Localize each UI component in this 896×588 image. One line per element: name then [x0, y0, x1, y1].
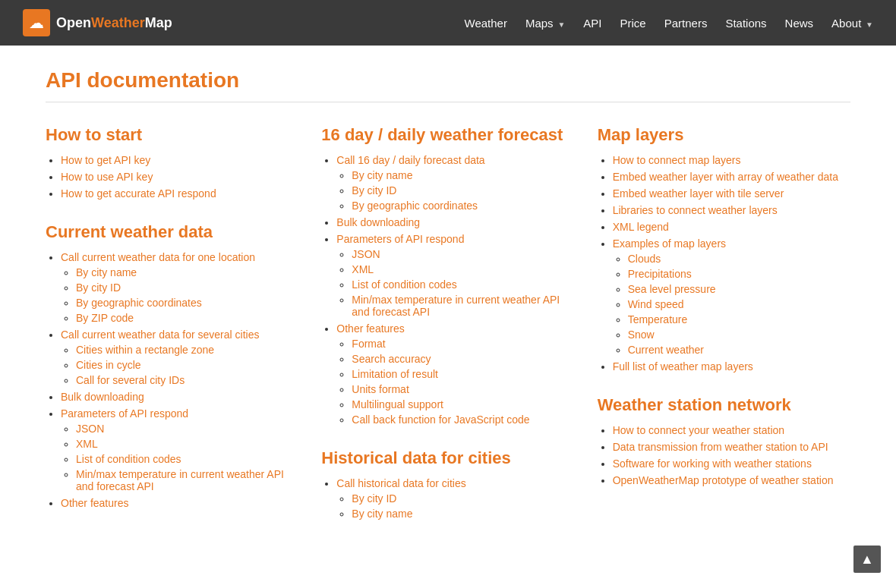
- section-title: Historical data for cities: [321, 448, 574, 468]
- logo[interactable]: ☁ OpenWeatherMap: [23, 9, 172, 36]
- list-item: How to connect map layers: [613, 154, 850, 166]
- sub-doc-link[interactable]: By city ID: [76, 281, 121, 294]
- sub-doc-link[interactable]: Min/max temperature in current weather A…: [352, 294, 560, 318]
- nav-link-weather[interactable]: Weather: [465, 17, 507, 30]
- doc-link[interactable]: How to connect map layers: [613, 154, 741, 166]
- doc-link[interactable]: Embed weather layer with array of weathe…: [613, 171, 838, 183]
- sub-doc-link[interactable]: By city name: [76, 266, 137, 278]
- sub-doc-link[interactable]: JSON: [352, 248, 380, 260]
- list-item: Parameters of API respondJSONXMLList of …: [61, 407, 298, 492]
- sub-list: By city nameBy city IDBy geographic coor…: [61, 266, 298, 324]
- list-item: Parameters of API respondJSONXMLList of …: [336, 233, 574, 318]
- nav-link-about[interactable]: About ▼: [831, 17, 873, 30]
- page-title: API documentation: [46, 68, 850, 93]
- nav-link-partners[interactable]: Partners: [664, 17, 708, 30]
- sub-doc-link[interactable]: By geographic coordinates: [352, 200, 478, 212]
- sub-doc-link[interactable]: Call for several city IDs: [76, 374, 185, 386]
- sub-doc-link[interactable]: By geographic coordinates: [76, 297, 202, 309]
- nav-link-api[interactable]: API: [583, 17, 601, 30]
- doc-link[interactable]: How to use API key: [61, 171, 153, 183]
- nav-link-stations[interactable]: Stations: [725, 17, 766, 30]
- sub-doc-link[interactable]: List of condition codes: [76, 453, 181, 465]
- sub-doc-link[interactable]: Temperature: [628, 313, 688, 325]
- doc-link[interactable]: Call 16 day / daily forecast data: [336, 154, 484, 166]
- sub-doc-link[interactable]: Current weather: [628, 344, 704, 356]
- doc-link[interactable]: Other features: [336, 322, 405, 335]
- chevron-down-icon: ▼: [863, 20, 873, 29]
- sub-list-item: Snow: [628, 329, 850, 341]
- sub-list-item: Units format: [352, 383, 574, 395]
- doc-link[interactable]: Full list of weather map layers: [613, 360, 753, 373]
- doc-link[interactable]: Call current weather data for several ci…: [61, 329, 259, 341]
- sub-doc-link[interactable]: Call back function for JavaScript code: [352, 413, 529, 426]
- nav-link-price[interactable]: Price: [620, 17, 646, 30]
- sub-doc-link[interactable]: XML: [76, 438, 98, 450]
- sub-doc-link[interactable]: Sea level pressure: [628, 283, 716, 295]
- doc-link[interactable]: Call current weather data for one locati…: [61, 251, 255, 263]
- content-grid: How to startHow to get API keyHow to use…: [46, 125, 850, 542]
- doc-link[interactable]: How to get API key: [61, 154, 150, 166]
- section-block: Map layersHow to connect map layersEmbed…: [598, 125, 850, 373]
- sub-doc-link[interactable]: By city name: [352, 508, 412, 520]
- sub-doc-link[interactable]: Cities in cycle: [76, 359, 141, 371]
- list-item: How to use API key: [61, 171, 298, 183]
- sub-doc-link[interactable]: Cities within a rectangle zone: [76, 344, 214, 356]
- nav-link-news[interactable]: News: [785, 17, 814, 30]
- sub-doc-link[interactable]: JSON: [76, 423, 104, 435]
- doc-link[interactable]: Call historical data for cities: [336, 477, 465, 489]
- sub-doc-link[interactable]: Min/max temperature in current weather A…: [76, 468, 284, 492]
- doc-link[interactable]: Embed weather layer with tile server: [613, 187, 784, 200]
- sub-doc-link[interactable]: Clouds: [628, 253, 661, 265]
- sub-doc-link[interactable]: Snow: [628, 329, 655, 341]
- scroll-top-button[interactable]: ▲: [853, 546, 881, 565]
- sub-list: JSONXMLList of condition codesMin/max te…: [61, 423, 298, 492]
- sub-list-item: Clouds: [628, 253, 850, 265]
- doc-link[interactable]: Libraries to connect weather layers: [613, 204, 778, 216]
- sub-doc-link[interactable]: XML: [352, 263, 374, 275]
- doc-link[interactable]: OpenWeatherMap prototype of weather stat…: [613, 474, 834, 486]
- sub-doc-link[interactable]: Limitation of result: [352, 368, 438, 380]
- sub-doc-link[interactable]: Format: [352, 338, 385, 350]
- sub-list-item: XML: [352, 263, 574, 275]
- doc-link[interactable]: Parameters of API respond: [336, 233, 464, 245]
- doc-link[interactable]: How to get accurate API respond: [61, 187, 216, 200]
- doc-link[interactable]: XML legend: [613, 221, 669, 233]
- section-list: How to connect map layersEmbed weather l…: [598, 154, 850, 373]
- nav-link-maps[interactable]: Maps ▼: [525, 17, 565, 30]
- sub-doc-link[interactable]: Precipitations: [628, 268, 692, 280]
- doc-link[interactable]: Bulk downloading: [61, 391, 144, 403]
- sub-list-item: By city ID: [352, 492, 574, 505]
- doc-link[interactable]: Bulk downloading: [336, 216, 420, 228]
- sub-doc-link[interactable]: List of condition codes: [352, 278, 457, 291]
- doc-link[interactable]: Parameters of API respond: [61, 407, 188, 420]
- list-item: Call historical data for citiesBy city I…: [336, 477, 574, 520]
- sub-doc-link[interactable]: By city ID: [352, 184, 396, 197]
- sub-list: JSONXMLList of condition codesMin/max te…: [336, 248, 574, 318]
- section-list: Call current weather data for one locati…: [46, 251, 298, 509]
- section-title: Current weather data: [46, 222, 298, 242]
- sub-list: FormatSearch accuracyLimitation of resul…: [336, 338, 574, 426]
- doc-link[interactable]: Data transmission from weather station t…: [613, 441, 828, 453]
- list-item: Data transmission from weather station t…: [613, 441, 850, 453]
- sub-doc-link[interactable]: By city ID: [352, 492, 396, 505]
- section-list: Call historical data for citiesBy city I…: [321, 477, 574, 520]
- sub-doc-link[interactable]: Search accuracy: [352, 353, 431, 365]
- sub-list-item: Temperature: [628, 313, 850, 325]
- sub-list-item: Call for several city IDs: [76, 374, 298, 386]
- column-3: Map layersHow to connect map layersEmbed…: [598, 125, 850, 542]
- sub-list-item: Limitation of result: [352, 368, 574, 380]
- doc-link[interactable]: Other features: [61, 497, 129, 509]
- sub-doc-link[interactable]: By city name: [352, 169, 412, 181]
- doc-link[interactable]: Examples of map layers: [613, 237, 726, 250]
- page-container: API documentation How to startHow to get…: [30, 46, 866, 565]
- doc-link[interactable]: How to connect your weather station: [613, 424, 784, 436]
- sub-doc-link[interactable]: Units format: [352, 383, 409, 395]
- list-item: Libraries to connect weather layers: [613, 204, 850, 216]
- sub-doc-link[interactable]: Multilingual support: [352, 398, 443, 410]
- sub-doc-link[interactable]: By ZIP code: [76, 312, 134, 324]
- sub-doc-link[interactable]: Wind speed: [628, 298, 684, 310]
- sub-list-item: By city name: [76, 266, 298, 278]
- list-item: OpenWeatherMap prototype of weather stat…: [613, 474, 850, 486]
- doc-link[interactable]: Software for working with weather statio…: [613, 458, 812, 470]
- navbar: ☁ OpenWeatherMap WeatherMaps ▼APIPricePa…: [0, 0, 896, 46]
